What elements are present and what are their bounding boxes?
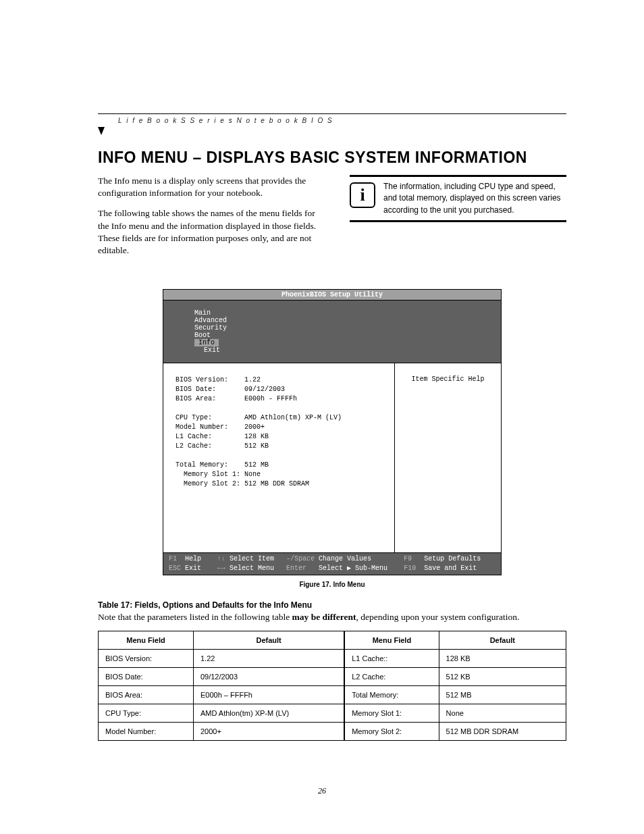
bios-screenshot: PhoenixBIOS Setup Utility Main Advanced … xyxy=(163,289,502,575)
th-menu-field-1: Menu Field xyxy=(99,631,194,649)
page-title: INFO MENU – DISPLAYS BASIC SYSTEM INFORM… xyxy=(98,149,566,167)
table-cell: 512 MB DDR SDRAM xyxy=(439,722,566,740)
th-menu-field-2: Menu Field xyxy=(344,631,439,649)
table-cell: 1.22 xyxy=(193,649,344,667)
info-icon: i xyxy=(350,182,375,208)
page-number: 26 xyxy=(0,786,644,796)
header-rule xyxy=(98,113,566,114)
bios-tab-exit: Exit xyxy=(194,346,238,354)
table-cell: BIOS Area: xyxy=(99,685,194,704)
th-default-1: Default xyxy=(193,631,344,649)
header-text: L i f e B o o k S S e r i e s N o t e b … xyxy=(118,117,333,124)
info-blurb: The information, including CPU type and … xyxy=(383,181,566,216)
table-cell: 512 KB xyxy=(439,667,566,685)
table-cell: L1 Cache:: xyxy=(344,649,439,667)
table-row: Model Number:2000+Memory Slot 2:512 MB D… xyxy=(99,722,566,740)
header-accent-icon xyxy=(98,127,105,135)
info-rule-bot xyxy=(350,220,566,222)
table-cell: Total Memory: xyxy=(344,685,439,704)
table-cell: None xyxy=(439,704,566,722)
note-c: , depending upon your system configurati… xyxy=(356,612,520,622)
bios-menubar: Main Advanced Security Boot Info Exit xyxy=(163,301,501,363)
bios-tab-advanced: Advanced xyxy=(194,317,239,324)
table-note: Note that the parameters listed in the f… xyxy=(98,611,566,623)
table-cell: 2000+ xyxy=(193,722,344,740)
table-row: BIOS Area:E000h – FFFFhTotal Memory:512 … xyxy=(99,685,566,704)
bios-title: PhoenixBIOS Setup Utility xyxy=(163,290,501,301)
bios-tab-main: Main xyxy=(194,309,227,317)
table-cell: Memory Slot 1: xyxy=(344,704,439,722)
bios-tab-boot: Boot xyxy=(194,332,230,339)
table-cell: CPU Type: xyxy=(99,704,194,722)
bios-info-panel: BIOS Version: 1.22 BIOS Date: 09/12/2003… xyxy=(163,363,394,552)
note-a: Note that the parameters listed in the f… xyxy=(98,612,292,622)
table-cell: BIOS Date: xyxy=(99,667,194,685)
table-cell: AMD Athlon(tm) XP-M (LV) xyxy=(193,704,344,722)
intro-p2-text: The following table shows the names of t… xyxy=(98,208,316,255)
figure-caption: Figure 17. Info Menu xyxy=(98,581,566,588)
th-default-2: Default xyxy=(439,631,566,649)
bios-tab-security: Security xyxy=(194,324,247,332)
table-cell: Memory Slot 2: xyxy=(344,722,439,740)
table-cell: 512 MB xyxy=(439,685,566,704)
intro-paragraph-2: The following table shows the names of t… xyxy=(98,207,324,257)
fields-table: Menu Field Default Menu Field Default BI… xyxy=(98,631,566,741)
bios-tab-info-selected: Info xyxy=(194,339,219,346)
table-row: BIOS Version:1.22L1 Cache::128 KB xyxy=(99,649,566,667)
bios-footer: F1 Help ↑↓ Select Item -/Space Change Va… xyxy=(163,552,501,575)
table-row: BIOS Date:09/12/2003L2 Cache:512 KB xyxy=(99,667,566,685)
table-cell: L2 Cache: xyxy=(344,667,439,685)
table-cell: Model Number: xyxy=(99,722,194,740)
table-row: CPU Type:AMD Athlon(tm) XP-M (LV)Memory … xyxy=(99,704,566,722)
intro-p2-dot: . xyxy=(127,245,129,255)
info-rule-top xyxy=(350,175,566,177)
table-cell: 128 KB xyxy=(439,649,566,667)
bios-help-panel: Item Specific Help xyxy=(394,363,501,552)
table-cell: 09/12/2003 xyxy=(193,667,344,685)
intro-paragraph-1: The Info menu is a display only screens … xyxy=(98,175,324,199)
table-cell: BIOS Version: xyxy=(99,649,194,667)
note-b: may be different xyxy=(292,612,356,622)
table-title: Table 17: Fields, Options and Defaults f… xyxy=(98,600,566,610)
table-cell: E000h – FFFFh xyxy=(193,685,344,704)
